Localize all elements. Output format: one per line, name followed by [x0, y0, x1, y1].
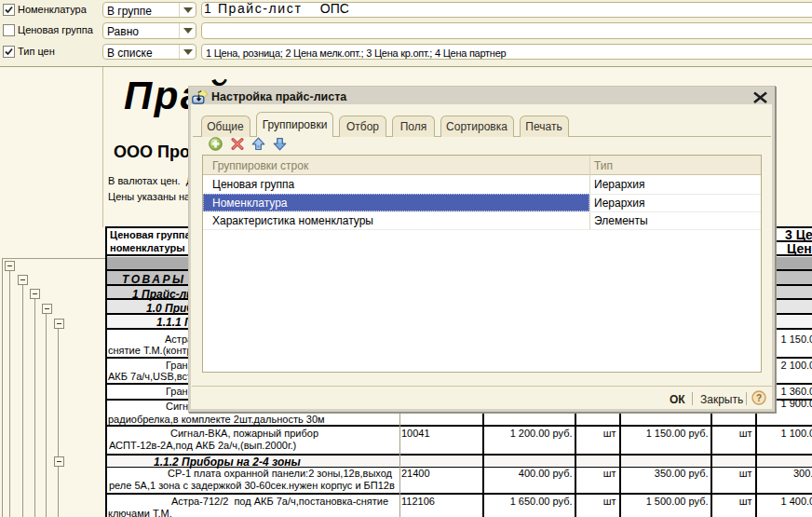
svg-text:?: ?	[756, 393, 762, 403]
